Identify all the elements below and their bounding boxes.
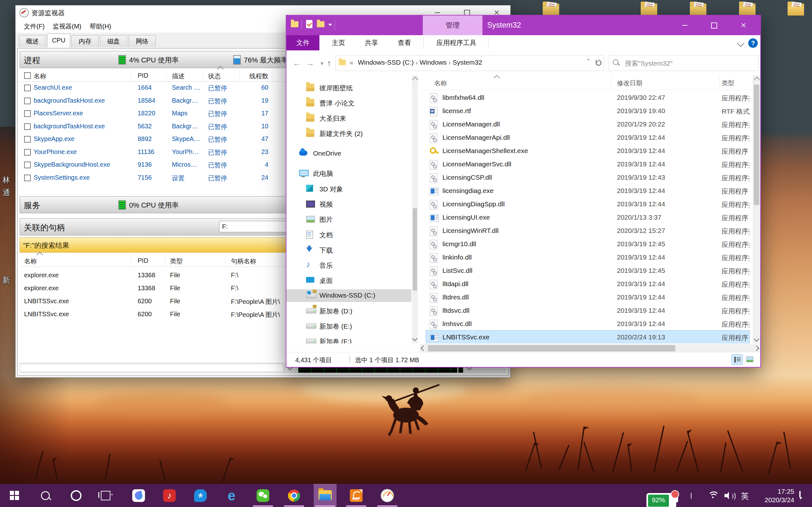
process-checkbox[interactable] xyxy=(24,149,31,156)
explorer-title-bar[interactable]: 管理 System32 xyxy=(287,15,760,35)
process-checkbox[interactable] xyxy=(24,175,31,181)
forward-arrow-icon[interactable]: → xyxy=(306,58,314,68)
qat-new-folder-icon[interactable] xyxy=(317,21,324,27)
file-row[interactable]: LicensingDiagSpp.dll2019/3/19 12:44应用程序扩… xyxy=(426,198,750,211)
column-name[interactable]: 名称 xyxy=(434,79,447,88)
taskbar-task-view-button[interactable] xyxy=(94,484,117,507)
taskbar-edge-button[interactable]: e xyxy=(220,484,243,507)
taskbar-search-button[interactable] xyxy=(34,484,57,507)
taskbar-xunlei-button[interactable] xyxy=(127,484,150,507)
sidebar-item-音乐[interactable]: ♪音乐 xyxy=(287,259,411,272)
file-row[interactable]: lltdapi.dll2019/3/19 12:44应用程序扩展 xyxy=(426,277,750,291)
thumbnail-view-button[interactable] xyxy=(745,354,755,365)
taskbar-qq-button[interactable]: * xyxy=(189,484,212,507)
file-row[interactable]: libmfxhw64.dll2019/9/30 22:47应用程序扩展 xyxy=(426,91,750,104)
resmon-hscroll-thumb[interactable] xyxy=(20,364,284,372)
help-button[interactable]: ? xyxy=(748,38,758,48)
details-view-button[interactable] xyxy=(732,354,743,365)
explorer-minimize-button[interactable] xyxy=(675,20,696,31)
file-row[interactable]: lltdsvc.dll2019/3/19 12:44应用程序扩展 xyxy=(426,304,750,317)
resmon-menu-文件(F)[interactable]: 文件(F) xyxy=(24,22,45,31)
sidebar-item-新加卷 (D:)[interactable]: 新加卷 (D:) xyxy=(287,304,411,317)
ribbon-tab-查看[interactable]: 查看 xyxy=(390,35,419,50)
taskbar-chrome-button[interactable] xyxy=(283,484,305,507)
breadcrumb-segment[interactable]: Windows-SSD (C:) xyxy=(358,59,414,66)
resmon-menu-监视器(M)[interactable]: 监视器(M) xyxy=(53,22,82,31)
file-row[interactable]: LicensingCSP.dll2019/3/19 12:43应用程序扩展 xyxy=(426,171,750,184)
process-checkbox[interactable] xyxy=(24,136,31,143)
desktop-folder-icon[interactable] xyxy=(641,2,658,16)
taskbar-netease-music-button[interactable]: ♪ xyxy=(158,484,181,507)
sidebar-scrollbar[interactable] xyxy=(412,75,418,343)
file-row[interactable]: LicenseManager.dll2020/1/29 20:22应用程序扩展 xyxy=(426,118,750,131)
sidebar-item-OneDrive[interactable]: OneDrive xyxy=(287,147,411,160)
desktop-folder-icon[interactable] xyxy=(690,2,708,16)
ime-indicator[interactable]: 英 xyxy=(741,491,749,501)
breadcrumb-chevron[interactable]: « xyxy=(350,59,353,66)
resmon-tab-磁盘[interactable]: 磁盘 xyxy=(100,35,127,47)
breadcrumb-segment[interactable]: Windows xyxy=(420,59,447,66)
column-type[interactable]: 类型 xyxy=(170,257,183,266)
resmon-tab-概述[interactable]: 概述 xyxy=(19,35,46,47)
recent-locations-chevron-icon[interactable]: ▼ xyxy=(319,61,324,66)
breadcrumb-separator-icon[interactable]: › xyxy=(414,59,420,66)
file-list-horizontal-scrollbar[interactable] xyxy=(420,344,760,352)
file-row[interactable]: LicenseManagerShellext.exe2019/3/19 12:4… xyxy=(426,144,750,158)
sidebar-item-曹津 小论文[interactable]: 曹津 小论文 xyxy=(287,97,411,109)
taskbar-foxit-pdf-button[interactable] xyxy=(345,484,368,507)
desktop-icon-label[interactable]: 通 xyxy=(3,187,10,198)
file-row[interactable]: lmhsvc.dll2019/3/19 12:44应用程序扩展 xyxy=(426,317,750,331)
battery-indicator[interactable]: 92% xyxy=(647,493,676,507)
column-desc[interactable]: 描述 xyxy=(172,72,185,80)
file-row[interactable]: lltdres.dll2019/3/19 12:44应用程序扩展 xyxy=(426,291,750,304)
scroll-right-icon[interactable] xyxy=(754,346,759,351)
process-checkbox[interactable] xyxy=(24,123,31,130)
taskbar-wechat-button[interactable] xyxy=(252,484,274,507)
ribbon-tab-共享[interactable]: 共享 xyxy=(357,35,386,50)
file-row[interactable]: LicensingWinRT.dll2020/3/12 15:27应用程序扩展 xyxy=(426,224,750,237)
select-all-checkbox[interactable] xyxy=(24,72,31,79)
ribbon-tab-文件[interactable]: 文件 xyxy=(287,35,319,50)
search-box[interactable]: 搜索"System32" xyxy=(608,55,759,71)
file-row[interactable]: LicensingUI.exe2020/1/13 3:37应用程序 xyxy=(426,211,750,224)
column-name[interactable]: 名称 xyxy=(34,72,46,80)
process-checkbox[interactable] xyxy=(24,98,31,104)
sidebar-item-3D 对象[interactable]: 3D 对象 xyxy=(287,182,411,195)
resmon-tab-CPU[interactable]: CPU xyxy=(47,34,70,48)
handles-search-input[interactable]: F: xyxy=(219,221,292,232)
column-name[interactable]: 名称 xyxy=(24,257,37,266)
breadcrumb-separator-icon[interactable]: › xyxy=(447,59,453,66)
column-date-modified[interactable]: 修改日期 xyxy=(617,79,642,88)
desktop-icon-label[interactable]: 林 xyxy=(3,175,10,185)
wifi-icon[interactable] xyxy=(708,492,717,499)
sidebar-item-彼岸图壁纸[interactable]: 彼岸图壁纸 xyxy=(287,81,411,94)
desktop-icon-label[interactable]: 新 xyxy=(3,275,10,285)
column-pid[interactable]: PID xyxy=(138,72,148,79)
desktop-folder-icon[interactable] xyxy=(739,2,757,16)
process-checkbox[interactable] xyxy=(24,110,31,117)
sidebar-item-图片[interactable]: 图片 xyxy=(287,213,411,226)
taskbar-resource-monitor-button[interactable] xyxy=(376,484,399,507)
manage-contextual-tab[interactable]: 管理 xyxy=(423,15,483,35)
file-row[interactable]: LicenseManagerSvc.dll2019/3/19 12:44应用程序… xyxy=(426,158,750,171)
sidebar-item-新建文件夹 (2)[interactable]: 新建文件夹 (2) xyxy=(287,127,411,140)
resmon-tab-网络[interactable]: 网络 xyxy=(129,35,156,47)
process-checkbox[interactable] xyxy=(24,162,31,168)
column-status[interactable]: 状态 xyxy=(208,72,221,80)
desktop-folder-icon[interactable] xyxy=(788,2,805,16)
hidden-icons-chevron[interactable] xyxy=(691,493,692,499)
file-row[interactable]: license.rtf2019/3/19 19:40RTF 格式文档 xyxy=(426,104,750,118)
breadcrumb[interactable]: Windows-SSD (C:) › Windows › System32 xyxy=(358,59,482,66)
explorer-close-button[interactable] xyxy=(734,20,754,31)
up-arrow-icon[interactable]: ↑ xyxy=(327,58,331,68)
file-row[interactable]: ListSvc.dll2019/3/19 12:45应用程序扩展 xyxy=(426,264,750,277)
taskbar-explorer-button[interactable] xyxy=(314,484,337,507)
ribbon-expand-chevron-icon[interactable] xyxy=(737,40,745,47)
explorer-maximize-button[interactable] xyxy=(704,20,724,31)
back-arrow-icon[interactable]: ← xyxy=(293,58,301,68)
sidebar-item-Windows-SSD (C:)[interactable]: Windows-SSD (C:) xyxy=(287,289,411,302)
taskbar-cortana-button[interactable] xyxy=(65,484,88,507)
sidebar-item-大圣归来[interactable]: 大圣归来 xyxy=(287,112,411,124)
refresh-button[interactable] xyxy=(594,55,604,71)
qat-properties-icon[interactable] xyxy=(306,20,312,28)
